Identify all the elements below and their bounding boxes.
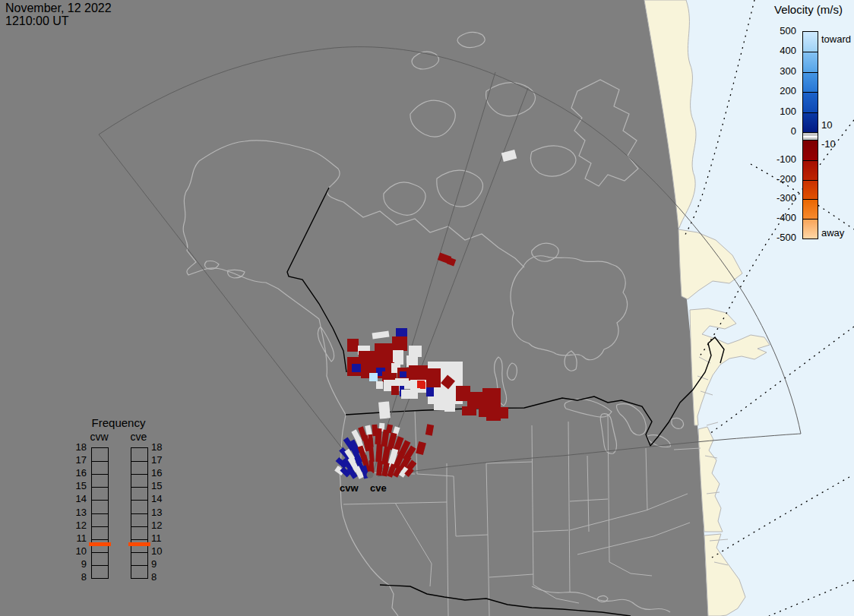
frequency-tick-label: 13 <box>151 507 179 519</box>
frequency-segment-divider <box>131 474 147 475</box>
velocity-segment-divider <box>803 112 818 113</box>
velocity-colorbar <box>802 31 818 239</box>
velocity-segment-divider <box>803 140 818 141</box>
echo-cell <box>375 444 383 463</box>
echo-cell <box>375 428 381 444</box>
radar-label-cve: cve <box>370 483 387 494</box>
echo-cell <box>444 403 455 412</box>
echo-cell <box>426 368 441 387</box>
velocity-tick-label: -500 <box>758 232 796 244</box>
frequency-tick-label: 9 <box>151 558 179 570</box>
frequency-tick-label: 16 <box>151 467 179 479</box>
frequency-tick-label: 14 <box>151 493 179 505</box>
velocity-tick-label: 400 <box>758 45 796 57</box>
velocity-segment-divider <box>803 132 818 133</box>
frequency-tick-label: 14 <box>59 493 87 505</box>
velocity-tick-label: 100 <box>758 106 796 118</box>
echo-cell <box>376 381 383 389</box>
time-label: 1210:00 UT <box>5 15 69 28</box>
velocity-tick-label: -100 <box>758 153 796 166</box>
velocity-segment-divider <box>803 52 818 52</box>
velocity-tick-label: 500 <box>758 25 796 37</box>
frequency-tick-label: 9 <box>59 558 87 570</box>
frequency-tick-label: 8 <box>151 571 179 583</box>
velocity-tick-label: 300 <box>758 65 796 77</box>
echo-cell <box>426 387 434 396</box>
date-label: November, 12 2022 <box>5 2 112 15</box>
echo-cell <box>378 401 391 419</box>
frequency-tick-label: 11 <box>151 532 179 545</box>
away-label: away <box>821 228 844 239</box>
frequency-tick-label: 10 <box>151 545 179 558</box>
frequency-tick-label: 8 <box>59 571 87 583</box>
frequency-legend-title: Frequency <box>76 417 161 429</box>
frequency-segment-divider <box>92 513 108 514</box>
velocity-segment-toward <box>803 72 818 92</box>
frequency-segment-divider <box>131 526 147 527</box>
radar-label-cvw: cvw <box>340 483 359 494</box>
map-canvas <box>0 0 854 616</box>
velocity-tick-label: 0 <box>758 125 796 137</box>
frequency-segment-divider <box>131 461 147 462</box>
velocity-segment-divider <box>803 199 818 200</box>
velocity-segment-divider <box>803 219 818 220</box>
velocity-tick-label: -300 <box>758 192 796 204</box>
echo-cell <box>392 336 407 351</box>
frequency-segment-divider <box>92 487 108 488</box>
velocity-segment-divider <box>803 92 818 93</box>
echo-cell <box>409 346 422 357</box>
frequency-tick-label: 16 <box>59 467 87 479</box>
frequency-segment-divider <box>131 513 147 514</box>
frequency-segment-divider <box>92 565 108 566</box>
echo-cell <box>393 350 403 365</box>
frequency-tick-label: 15 <box>59 480 87 492</box>
velocity-segment-away <box>803 160 818 180</box>
velocity-segment-toward <box>803 32 818 52</box>
frequency-tick-label: 18 <box>59 441 87 453</box>
frequency-segment-divider <box>131 565 147 566</box>
frequency-tick-label: 17 <box>151 454 179 466</box>
echo-cell <box>375 343 394 365</box>
frequency-tick-label: 12 <box>151 520 179 532</box>
echo-cell <box>347 339 359 352</box>
frequency-segment-divider <box>92 552 108 553</box>
velocity-segment-toward <box>803 92 818 112</box>
frequency-tick-label: 15 <box>151 480 179 492</box>
echo-cell <box>400 371 406 377</box>
frequency-marker-cvw <box>89 542 111 546</box>
toward-label: toward <box>821 34 851 45</box>
frequency-tick-label: 10 <box>59 545 87 558</box>
velocity-tick-label: 200 <box>758 85 796 97</box>
velocity-tick-label: -200 <box>758 173 796 185</box>
velocity-legend-title: Velocity (m/s) <box>763 4 854 16</box>
frequency-bar-cve <box>131 447 148 579</box>
velocity-segment-divider <box>803 72 818 73</box>
frequency-segment-divider <box>131 552 147 553</box>
frequency-segment-divider <box>92 500 108 501</box>
frequency-segment-divider <box>92 474 108 475</box>
frequency-segment-divider <box>92 461 108 462</box>
neg-threshold-label: -10 <box>821 139 836 150</box>
frequency-tick-label: 11 <box>59 532 87 545</box>
velocity-zero-line <box>803 136 818 137</box>
echo-cell <box>406 355 418 367</box>
frequency-tick-label: 17 <box>59 454 87 466</box>
frequency-segment-divider <box>92 526 108 527</box>
velocity-segment-toward <box>803 52 818 71</box>
frequency-tick-label: 18 <box>151 441 179 453</box>
velocity-segment-away <box>803 180 818 200</box>
velocity-segment-away <box>803 141 818 160</box>
velocity-segment-divider <box>803 160 818 161</box>
velocity-segment-away <box>803 219 818 239</box>
frequency-marker-cve <box>128 542 150 546</box>
echo-cell <box>352 364 361 372</box>
frequency-segment-divider <box>131 500 147 501</box>
frequency-tick-label: 13 <box>59 507 87 519</box>
echo-cell <box>391 386 399 395</box>
radar-site-dot <box>367 472 374 479</box>
frequency-tick-label: 12 <box>59 520 87 532</box>
velocity-segment-away <box>803 199 818 219</box>
echo-cell <box>369 373 378 381</box>
superdarn-velocity-map: November, 12 2022 1210:00 UT cvw cve Vel… <box>0 0 854 616</box>
frequency-bar-cvw <box>91 447 109 579</box>
